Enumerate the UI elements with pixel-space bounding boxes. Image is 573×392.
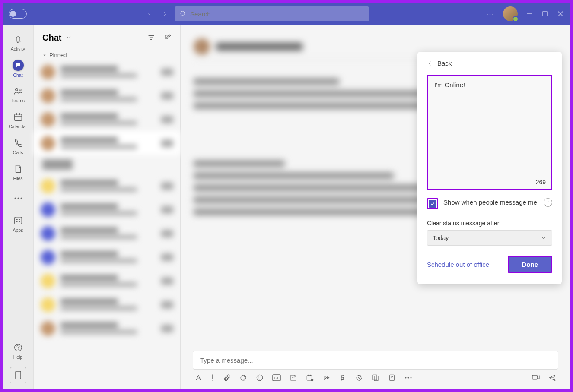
teams-icon [13, 86, 23, 96]
filter-button[interactable] [147, 34, 155, 41]
done-button-inner[interactable]: Done [509, 257, 551, 272]
svg-rect-28 [390, 375, 395, 381]
rail-label: Files [13, 176, 22, 181]
svg-point-16 [257, 375, 263, 381]
rail-files[interactable]: Files [3, 160, 34, 185]
svg-point-5 [14, 198, 16, 199]
svg-point-25 [341, 375, 344, 378]
clear-after-label: Clear status message after [427, 220, 552, 227]
schedule-icon[interactable] [306, 374, 314, 382]
caret-icon [42, 53, 47, 57]
rail-more[interactable] [3, 186, 34, 211]
stream-icon[interactable] [322, 374, 330, 382]
rail-help[interactable]: Help [3, 338, 34, 364]
svg-point-18 [261, 377, 261, 378]
svg-point-9 [16, 219, 17, 220]
svg-point-7 [20, 198, 22, 199]
back-button[interactable]: Back [427, 60, 552, 67]
viva-icon[interactable] [372, 374, 379, 382]
svg-point-12 [19, 221, 20, 222]
message-input-box[interactable] [193, 351, 558, 370]
more-compose-icon[interactable] [404, 376, 412, 379]
search-input[interactable] [190, 10, 364, 18]
svg-rect-26 [373, 375, 377, 380]
svg-point-29 [405, 377, 407, 379]
new-chat-button[interactable] [164, 34, 172, 41]
send-icon[interactable] [548, 374, 557, 382]
compose-area: GIF [181, 343, 570, 389]
attach-icon[interactable] [223, 374, 231, 382]
rail-label: Chat [13, 73, 22, 78]
rail-calendar[interactable]: Calendar [3, 108, 34, 133]
titlebar: ⋯ [3, 3, 570, 25]
toggle-switch[interactable] [9, 9, 27, 19]
chat-icon [13, 60, 24, 71]
svg-rect-4 [14, 114, 22, 121]
chevron-down-icon [541, 235, 547, 241]
message-input[interactable] [200, 357, 551, 364]
bell-icon [13, 34, 23, 44]
rail-apps[interactable]: Apps [3, 212, 34, 237]
back-label: Back [437, 60, 452, 67]
pinned-section[interactable]: Pinned [34, 50, 180, 60]
svg-rect-14 [16, 371, 21, 379]
more-menu-button[interactable]: ⋯ [486, 9, 495, 19]
approvals-icon[interactable] [355, 374, 363, 382]
format-icon[interactable] [194, 374, 202, 382]
rail-label: Calendar [9, 124, 27, 129]
minimize-button[interactable] [525, 10, 533, 18]
status-message-input[interactable] [428, 76, 551, 189]
rail-label: Calls [13, 150, 23, 155]
rail-calls[interactable]: Calls [3, 134, 34, 159]
chevron-down-icon[interactable] [66, 35, 72, 41]
search-icon [180, 10, 187, 17]
svg-point-3 [19, 89, 21, 91]
apps-icon [13, 215, 23, 226]
calendar-icon [13, 112, 23, 122]
rail-label: Teams [11, 98, 25, 103]
sticker-icon[interactable] [290, 374, 297, 382]
char-counter: 269 [536, 179, 546, 186]
chat-list-panel: Chat Pinned [34, 25, 181, 389]
done-button[interactable]: Done [508, 256, 553, 273]
nav-back-button[interactable] [143, 8, 156, 20]
svg-text:GIF: GIF [274, 376, 279, 379]
svg-point-11 [16, 221, 17, 222]
svg-point-6 [17, 198, 19, 199]
status-message-field[interactable]: 269 [427, 75, 552, 190]
maximize-button[interactable] [541, 10, 549, 18]
dropdown-value: Today [433, 234, 449, 241]
video-icon[interactable] [532, 374, 540, 382]
section-label-text: Pinned [49, 52, 67, 58]
clear-after-dropdown[interactable]: Today [427, 230, 552, 246]
svg-point-2 [15, 89, 18, 91]
priority-icon[interactable] [211, 374, 214, 382]
search-bar[interactable] [175, 6, 369, 21]
loop-icon[interactable] [239, 374, 247, 382]
rail-label: Activity [11, 46, 25, 51]
svg-point-30 [408, 377, 409, 379]
emoji-icon[interactable] [256, 374, 264, 382]
rail-label: Apps [13, 228, 23, 233]
nav-forward-button[interactable] [159, 8, 171, 20]
show-when-label: Show when people message me [443, 198, 538, 207]
rail-activity[interactable]: Activity [3, 30, 34, 55]
svg-point-31 [411, 377, 412, 379]
phone-icon [13, 138, 23, 148]
info-icon[interactable]: i [544, 198, 552, 207]
schedule-ooo-link[interactable]: Schedule out of office [427, 261, 489, 268]
show-when-checkbox[interactable] [427, 198, 438, 209]
user-avatar[interactable] [503, 6, 518, 21]
praise-icon[interactable] [339, 374, 347, 382]
svg-rect-1 [543, 12, 547, 16]
svg-point-21 [292, 377, 293, 378]
rail-teams[interactable]: Teams [3, 82, 34, 107]
rail-device[interactable] [10, 367, 26, 383]
svg-point-10 [19, 219, 20, 220]
gif-icon[interactable]: GIF [272, 374, 281, 381]
app-rail: Activity Chat Teams Calendar Calls Files [3, 25, 34, 389]
rail-chat[interactable]: Chat [3, 56, 34, 81]
close-button[interactable] [557, 10, 564, 18]
polls-icon[interactable] [388, 374, 396, 382]
chevron-left-icon [427, 60, 433, 66]
